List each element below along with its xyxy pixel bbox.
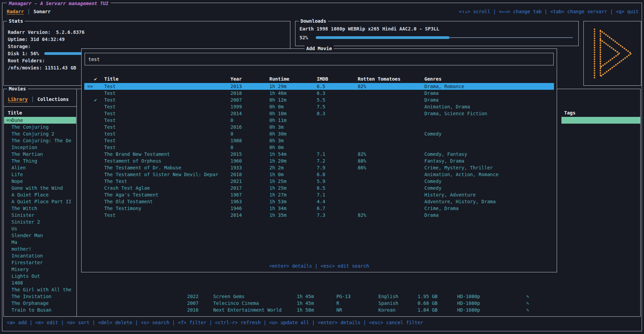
movie-size: 0.68 GB [418,300,438,307]
movie-runtime: 1h 45m [297,293,314,300]
result-runtime: 1h 46m [269,90,287,97]
result-title: Testament of Orpheus [104,158,161,164]
movie-list-item[interactable]: Alien [4,164,76,171]
movie-title: A Quiet Place Part II [12,199,71,204]
search-result-row[interactable]: The Brand New Testament 2015 1h 54m 7.1 … [84,151,554,158]
movie-table-row[interactable]: 2016 Next Entertainment World 1h 58m NR … [4,307,640,313]
search-result-row[interactable]: Test 2014 1h 35m 7.3 82% Drama [84,212,554,218]
movie-table-row[interactable]: 2007 Telecinco Cinema 1h 45m R Spanish 0… [4,300,640,307]
movie-list-item[interactable]: =>Dune [4,117,76,124]
search-result-row[interactable]: Test 2014 0h 10m 8.3 Drama, Science Fict… [84,110,554,117]
radarr-version-line: Radarr Version:5.2.6.8376 [8,29,286,36]
search-result-row[interactable]: Test 2016 0h 3m [84,124,554,130]
movie-list-item[interactable]: A Quiet Place Part II [4,198,76,205]
movie-list-item[interactable]: The Girl with All the [4,286,76,293]
selected-row-tags-cell[interactable] [561,117,640,124]
movie-title: Misery [12,267,29,272]
search-result-row[interactable]: The Aga's Testament 1967 1h 27m 7.1 Hist… [84,191,554,198]
movie-list-item[interactable]: Firestarter [4,259,76,266]
search-result-row[interactable]: Testament of Orpheus 1960 1h 20m 7.2 88%… [84,158,554,164]
tab-library[interactable]: Library [8,96,28,103]
movie-list-item[interactable]: The Witch [4,205,76,212]
search-result-row[interactable]: Test 1999 0h 0m 7.5 Animation, Drama [84,103,554,110]
result-title: The Testament of Dr. Mabuse [104,164,181,171]
movie-list-item[interactable]: Sinister 2 [4,218,76,225]
search-result-row[interactable]: The Old Testament 1963 1h 53m 4.4 Advent… [84,198,554,205]
movie-title: The Conjuring 2 [12,131,54,137]
movie-title: A Quiet Place [12,192,49,197]
search-result-row[interactable]: ✔ Test 2007 0h 12m 5.5 Drama [84,97,554,103]
result-runtime: 1h 20m [269,158,287,164]
result-rotten-tomatoes: 86% [358,164,366,171]
result-year: 0 [230,144,233,151]
tab-sonarr[interactable]: Sonarr [34,8,51,15]
movie-list-item[interactable]: Gone with the Wind [4,185,76,191]
movie-list-item[interactable]: Inception [4,144,76,151]
movie-list-item[interactable]: 1408 [4,279,76,286]
check-column-header: ✔ [94,76,97,82]
result-genres: History, Adventure [424,191,476,198]
movie-list-item[interactable]: Life [4,171,76,178]
result-genres: Fantasy, Drama [424,158,464,164]
movie-list-item[interactable]: The Martian [4,151,76,158]
movie-list-item[interactable]: Sinister [4,212,76,218]
search-result-row[interactable]: => Test 2013 1h 29m 6.5 82% Drama, Roman… [84,83,554,90]
movie-list-item[interactable]: Us [4,225,76,232]
movie-quality: HD-1080p [457,293,480,300]
movie-list-item[interactable]: A Quiet Place [4,191,76,198]
result-imdb-rating: 6.7 [317,205,325,212]
title-column-header: Title [8,109,22,116]
download-item-title: Earth 1998 1080p WEBRip x265 Hindi AAC2.… [299,25,439,32]
movie-list-item[interactable]: Slender Man [4,232,76,239]
search-result-row[interactable]: test 0 0h 30m Comedy [84,130,554,137]
movie-quality: HD-1080p [457,307,480,313]
search-result-row[interactable]: Test 2018 1h 46m 6.3 Drama [84,90,554,97]
movie-search-input[interactable] [85,53,554,65]
search-result-row[interactable]: Crash Test Aglae 2017 1h 25m 6.5 Comedy [84,185,554,191]
result-title: Test [104,103,116,110]
result-genres: Drama, Science Fiction [424,110,487,117]
movie-table-row[interactable]: 2022 Screen Gems 1h 45m PG-13 English 1.… [4,293,640,300]
keybinding-help-bottom: <a> add | <e> edit | <o> sort | <del> de… [7,319,423,326]
search-result-row[interactable]: The Testimony 1946 1h 34m 6.7 Crime, Dra… [84,205,554,212]
search-result-row[interactable]: Test 0 0h 0m [84,144,554,151]
movie-list-item[interactable]: mother! [4,246,76,252]
search-result-row[interactable]: The Testament of Sister New Devil: Depar… [84,171,554,178]
movies-left-divider [76,89,77,316]
tab-radarr[interactable]: Radarr [7,8,24,15]
search-result-row[interactable]: The Testament of Dr. Mabuse 1933 2h 2m 7… [84,164,554,171]
movie-list-item[interactable]: The Thing [4,158,76,164]
movie-list-item[interactable]: The Conjuring 2 [4,130,76,137]
result-runtime: 1h 25m [269,185,287,191]
movie-year: 2022 [187,293,199,300]
result-genres: Adventure, History, Drama [424,198,496,205]
movie-title: Dune [12,118,23,123]
movie-list-item[interactable]: The Conjuring [4,124,76,130]
movie-list-item[interactable]: The Conjuring: The De [4,137,76,144]
movie-language: Korean [378,307,396,313]
movie-list-item[interactable]: Lights Out [4,273,76,279]
result-runtime: 0h 0m [269,144,284,151]
search-result-row[interactable]: Test 1988 0h 3m [84,137,554,144]
result-title: Test [104,117,116,124]
result-title: Crash Test Aglae [104,185,150,191]
download-percent: 52% [299,35,308,40]
result-year: 1999 [230,103,242,110]
movie-list-item[interactable]: Misery [4,266,76,273]
servarr-tabs: Radarr │ Sonarr [7,8,51,15]
movie-list-item[interactable]: Ma [4,239,76,246]
tab-collections[interactable]: Collections [37,96,69,103]
movies-list: =>Dune The Conjuring The Conjuring 2 The… [4,117,76,313]
result-genres: Comedy, Fantasy [424,151,467,158]
result-imdb-rating: 6.5 [317,185,325,191]
result-imdb-rating: 7.2 [317,158,325,164]
result-genres: Drama [424,212,439,218]
movie-list-item[interactable]: Nope [4,178,76,185]
result-year: 2013 [230,83,242,90]
movie-year: 2016 [187,307,199,313]
search-result-row[interactable]: Test 0 0h 11m [84,117,554,124]
search-result-row[interactable]: The Test 2021 1h 25m 5.9 Comedy [84,178,554,185]
year-column-header: Year [230,76,242,82]
movie-list-item[interactable]: Incantation [4,252,76,259]
modal-keybinding-help: <enter> details | <esc> edit search [82,263,557,269]
